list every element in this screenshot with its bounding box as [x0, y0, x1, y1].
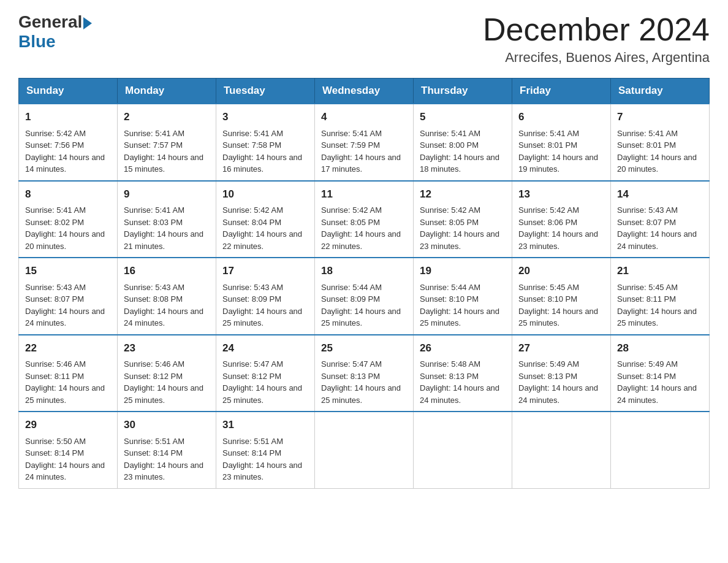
- daylight-text: Daylight: 14 hours and 25 minutes.: [518, 307, 598, 328]
- calendar-header-row: SundayMondayTuesdayWednesdayThursdayFrid…: [19, 79, 710, 104]
- daylight-text: Daylight: 14 hours and 25 minutes.: [420, 307, 499, 328]
- sunrise-text: Sunrise: 5:41 AM: [518, 129, 579, 138]
- sunset-text: Sunset: 8:05 PM: [321, 218, 380, 227]
- sunset-text: Sunset: 8:10 PM: [518, 294, 577, 304]
- logo-arrow-icon: [83, 17, 92, 29]
- day-number: 11: [321, 186, 407, 202]
- sunrise-text: Sunrise: 5:43 AM: [617, 205, 678, 215]
- daylight-text: Daylight: 14 hours and 24 minutes.: [124, 307, 203, 328]
- daylight-text: Daylight: 14 hours and 25 minutes.: [124, 383, 203, 405]
- day-number: 10: [222, 186, 308, 202]
- sunset-text: Sunset: 8:04 PM: [222, 218, 281, 227]
- calendar-cell: 23 Sunrise: 5:46 AM Sunset: 8:12 PM Dayl…: [118, 335, 216, 412]
- sunrise-text: Sunrise: 5:47 AM: [321, 359, 382, 369]
- logo-general-text: General: [18, 12, 82, 32]
- sunrise-text: Sunrise: 5:41 AM: [420, 129, 480, 138]
- day-number: 9: [124, 186, 210, 202]
- sunset-text: Sunset: 8:10 PM: [420, 294, 479, 304]
- sunset-text: Sunset: 8:14 PM: [222, 448, 281, 458]
- sunrise-text: Sunrise: 5:44 AM: [420, 283, 480, 292]
- location-subtitle: Arrecifes, Buenos Aires, Argentina: [483, 50, 710, 66]
- sunrise-text: Sunrise: 5:48 AM: [420, 359, 480, 369]
- day-number: 13: [518, 186, 604, 202]
- daylight-text: Daylight: 14 hours and 23 minutes.: [420, 229, 499, 251]
- calendar-cell: 27 Sunrise: 5:49 AM Sunset: 8:13 PM Dayl…: [512, 335, 611, 412]
- page-header: General Blue December 2024 Arrecifes, Bu…: [18, 12, 710, 66]
- daylight-text: Daylight: 14 hours and 25 minutes.: [321, 307, 401, 328]
- sunset-text: Sunset: 8:09 PM: [222, 294, 281, 304]
- calendar-week-row: 22 Sunrise: 5:46 AM Sunset: 8:11 PM Dayl…: [19, 335, 710, 412]
- sunrise-text: Sunrise: 5:45 AM: [617, 283, 678, 292]
- day-number: 1: [25, 109, 111, 125]
- sunset-text: Sunset: 8:00 PM: [420, 140, 479, 150]
- sunrise-text: Sunrise: 5:42 AM: [222, 205, 283, 215]
- day-number: 15: [25, 263, 111, 279]
- calendar-cell: [315, 412, 414, 488]
- day-number: 18: [321, 263, 407, 279]
- daylight-text: Daylight: 14 hours and 19 minutes.: [518, 153, 598, 174]
- daylight-text: Daylight: 14 hours and 22 minutes.: [222, 229, 302, 251]
- sunrise-text: Sunrise: 5:45 AM: [518, 283, 579, 292]
- daylight-text: Daylight: 14 hours and 17 minutes.: [321, 153, 401, 174]
- calendar-cell: 20 Sunrise: 5:45 AM Sunset: 8:10 PM Dayl…: [512, 258, 611, 335]
- day-number: 25: [321, 340, 407, 356]
- sunset-text: Sunset: 8:11 PM: [25, 372, 84, 381]
- calendar-cell: 22 Sunrise: 5:46 AM Sunset: 8:11 PM Dayl…: [19, 335, 118, 412]
- day-number: 20: [518, 263, 604, 279]
- sunrise-text: Sunrise: 5:47 AM: [222, 359, 283, 369]
- daylight-text: Daylight: 14 hours and 24 minutes.: [617, 383, 697, 405]
- sunset-text: Sunset: 8:13 PM: [420, 372, 479, 381]
- calendar-cell: [414, 412, 512, 488]
- sunset-text: Sunset: 8:03 PM: [124, 218, 183, 227]
- sunset-text: Sunset: 8:06 PM: [518, 218, 577, 227]
- daylight-text: Daylight: 14 hours and 23 minutes.: [518, 229, 598, 251]
- daylight-text: Daylight: 14 hours and 20 minutes.: [25, 229, 105, 251]
- daylight-text: Daylight: 14 hours and 20 minutes.: [617, 153, 697, 174]
- day-number: 12: [420, 186, 506, 202]
- day-number: 29: [25, 417, 111, 433]
- daylight-text: Daylight: 14 hours and 24 minutes.: [420, 383, 499, 405]
- daylight-text: Daylight: 14 hours and 15 minutes.: [124, 153, 203, 174]
- day-number: 30: [124, 417, 210, 433]
- calendar-cell: 19 Sunrise: 5:44 AM Sunset: 8:10 PM Dayl…: [414, 258, 512, 335]
- day-number: 28: [617, 340, 703, 356]
- calendar-week-row: 15 Sunrise: 5:43 AM Sunset: 8:07 PM Dayl…: [19, 258, 710, 335]
- calendar-cell: 10 Sunrise: 5:42 AM Sunset: 8:04 PM Dayl…: [216, 181, 315, 258]
- sunset-text: Sunset: 8:09 PM: [321, 294, 380, 304]
- day-number: 2: [124, 109, 210, 125]
- sunrise-text: Sunrise: 5:43 AM: [124, 283, 184, 292]
- daylight-text: Daylight: 14 hours and 24 minutes.: [25, 461, 105, 482]
- day-number: 31: [222, 417, 308, 433]
- sunrise-text: Sunrise: 5:41 AM: [25, 205, 86, 215]
- sunrise-text: Sunrise: 5:46 AM: [25, 359, 86, 369]
- day-number: 21: [617, 263, 703, 279]
- calendar-cell: 26 Sunrise: 5:48 AM Sunset: 8:13 PM Dayl…: [414, 335, 512, 412]
- calendar-cell: 15 Sunrise: 5:43 AM Sunset: 8:07 PM Dayl…: [19, 258, 118, 335]
- sunrise-text: Sunrise: 5:51 AM: [124, 437, 184, 446]
- sunrise-text: Sunrise: 5:49 AM: [518, 359, 579, 369]
- sunset-text: Sunset: 8:05 PM: [420, 218, 479, 227]
- sunset-text: Sunset: 8:01 PM: [518, 140, 577, 150]
- calendar-cell: 14 Sunrise: 5:43 AM Sunset: 8:07 PM Dayl…: [611, 181, 710, 258]
- sunset-text: Sunset: 8:07 PM: [617, 218, 676, 227]
- sunrise-text: Sunrise: 5:50 AM: [25, 437, 86, 446]
- calendar-cell: 11 Sunrise: 5:42 AM Sunset: 8:05 PM Dayl…: [315, 181, 414, 258]
- day-number: 23: [124, 340, 210, 356]
- day-number: 4: [321, 109, 407, 125]
- daylight-text: Daylight: 14 hours and 25 minutes.: [222, 307, 302, 328]
- sunrise-text: Sunrise: 5:42 AM: [321, 205, 382, 215]
- calendar-cell: 18 Sunrise: 5:44 AM Sunset: 8:09 PM Dayl…: [315, 258, 414, 335]
- sunrise-text: Sunrise: 5:42 AM: [25, 129, 86, 138]
- calendar-cell: 21 Sunrise: 5:45 AM Sunset: 8:11 PM Dayl…: [611, 258, 710, 335]
- daylight-text: Daylight: 14 hours and 24 minutes.: [518, 383, 598, 405]
- day-number: 7: [617, 109, 703, 125]
- sunset-text: Sunset: 8:14 PM: [124, 448, 183, 458]
- sunrise-text: Sunrise: 5:41 AM: [222, 129, 283, 138]
- calendar-cell: 17 Sunrise: 5:43 AM Sunset: 8:09 PM Dayl…: [216, 258, 315, 335]
- calendar-cell: 29 Sunrise: 5:50 AM Sunset: 8:14 PM Dayl…: [19, 412, 118, 488]
- calendar-cell: 12 Sunrise: 5:42 AM Sunset: 8:05 PM Dayl…: [414, 181, 512, 258]
- calendar-cell: 5 Sunrise: 5:41 AM Sunset: 8:00 PM Dayli…: [414, 104, 512, 181]
- sunrise-text: Sunrise: 5:49 AM: [617, 359, 678, 369]
- calendar-cell: 3 Sunrise: 5:41 AM Sunset: 7:58 PM Dayli…: [216, 104, 315, 181]
- calendar-day-header: Saturday: [611, 79, 710, 104]
